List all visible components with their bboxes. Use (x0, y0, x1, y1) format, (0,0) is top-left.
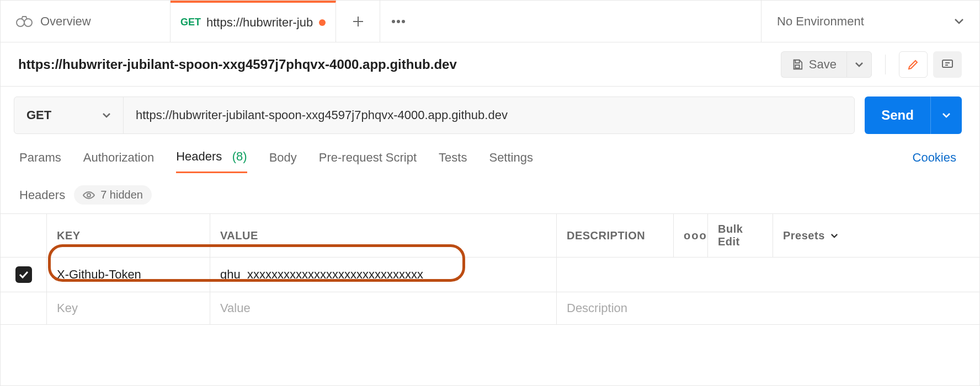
presets-dropdown[interactable]: Presets (773, 214, 857, 257)
tab-body[interactable]: Body (269, 151, 297, 173)
svg-point-7 (87, 194, 90, 197)
http-method-select[interactable]: GET (14, 97, 124, 133)
more-horizontal-icon (391, 19, 406, 24)
separator (885, 55, 886, 74)
tab-overview[interactable]: Overview (1, 1, 171, 42)
request-name: https://hubwriter-jubilant-spoon-xxg4597… (18, 57, 457, 72)
tab-headers-count: (8) (232, 149, 247, 163)
cookies-link[interactable]: Cookies (913, 151, 956, 173)
header-key-placeholder[interactable]: Key (47, 292, 210, 324)
header-value-cell[interactable]: ghu_xxxxxxxxxxxxxxxxxxxxxxxxxxxxx (210, 258, 557, 292)
col-value: VALUE (210, 214, 557, 257)
tab-overview-label: Overview (40, 14, 91, 29)
svg-point-3 (397, 20, 400, 23)
col-description: DESCRIPTION (557, 214, 674, 257)
header-description-cell[interactable] (557, 258, 857, 292)
tab-params[interactable]: Params (19, 151, 61, 173)
svg-point-0 (17, 19, 24, 26)
hidden-headers-toggle[interactable]: 7 hidden (74, 185, 152, 205)
send-button[interactable]: Send (865, 96, 931, 134)
table-row: X-Github-Token ghu_xxxxxxxxxxxxxxxxxxxxx… (1, 258, 979, 292)
svg-point-1 (24, 19, 32, 26)
more-horizontal-icon: ooo (684, 229, 707, 242)
hidden-headers-label: 7 hidden (100, 189, 143, 201)
environment-select[interactable]: No Environment (761, 1, 979, 42)
url-input[interactable]: https://hubwriter-jubilant-spoon-xxg4597… (124, 97, 854, 133)
row-checkbox[interactable] (15, 266, 32, 283)
header-description-placeholder[interactable]: Description (557, 292, 857, 324)
eye-icon (83, 191, 95, 200)
svg-point-2 (392, 20, 395, 23)
header-value-placeholder[interactable]: Value (210, 292, 557, 324)
plus-icon (351, 15, 365, 28)
tab-headers-label: Headers (176, 149, 222, 163)
environment-label: No Environment (777, 14, 864, 29)
chevron-down-icon (102, 112, 111, 118)
tab-tests[interactable]: Tests (439, 151, 467, 173)
save-button-group: Save (781, 51, 872, 78)
headers-section-label: Headers (19, 188, 65, 202)
edit-button[interactable] (899, 51, 928, 78)
comment-icon (941, 58, 954, 71)
svg-rect-5 (795, 65, 799, 68)
table-header-row: KEY VALUE DESCRIPTION ooo Bulk Edit Pres… (1, 214, 979, 258)
tab-request-title: https://hubwriter-jubila (206, 15, 313, 30)
send-dropdown[interactable] (931, 96, 962, 134)
save-button[interactable]: Save (781, 51, 846, 78)
col-more[interactable]: ooo (674, 214, 708, 257)
new-tab-button[interactable] (336, 1, 380, 42)
binoculars-icon (16, 15, 33, 28)
tab-request[interactable]: GET https://hubwriter-jubila (171, 1, 336, 42)
presets-label: Presets (783, 229, 825, 242)
headers-table: KEY VALUE DESCRIPTION ooo Bulk Edit Pres… (1, 213, 979, 325)
chevron-down-icon (954, 18, 964, 25)
save-dropdown[interactable] (846, 51, 872, 78)
header-key-cell[interactable]: X-Github-Token (47, 258, 210, 292)
svg-point-4 (402, 20, 405, 23)
save-icon (791, 58, 803, 71)
save-label: Save (809, 57, 837, 72)
tab-authorization[interactable]: Authorization (83, 151, 154, 173)
bulk-edit-link[interactable]: Bulk Edit (708, 214, 773, 257)
method-label: GET (26, 108, 51, 122)
tabs-more-button[interactable] (380, 1, 406, 42)
table-row-new[interactable]: Key Value Description (1, 292, 979, 325)
comments-button[interactable] (933, 51, 962, 78)
url-value: https://hubwriter-jubilant-spoon-xxg4597… (136, 108, 508, 122)
pencil-icon (907, 58, 920, 71)
request-line: GET https://hubwriter-jubilant-spoon-xxg… (14, 96, 855, 134)
tab-headers[interactable]: Headers (8) (176, 149, 247, 173)
unsaved-dot-icon (319, 19, 326, 26)
send-label: Send (881, 108, 914, 123)
tab-prerequest[interactable]: Pre-request Script (319, 151, 417, 173)
svg-rect-6 (942, 60, 952, 67)
tab-request-method: GET (180, 17, 201, 28)
tab-settings[interactable]: Settings (489, 151, 533, 173)
col-key: KEY (47, 214, 210, 257)
